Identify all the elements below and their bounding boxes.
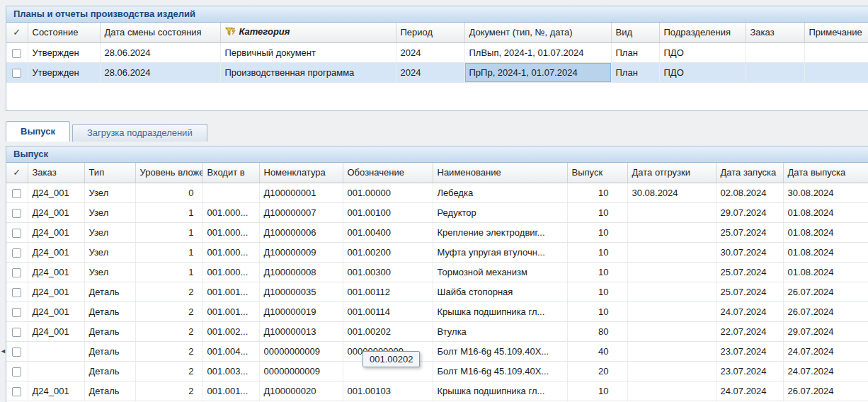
cell-launchdate[interactable]: 25.07.2024 — [716, 282, 783, 302]
cell-shipdate[interactable] — [627, 341, 716, 361]
column-header-period[interactable]: Период — [396, 23, 464, 42]
cell-parent[interactable]: 001.001... — [202, 282, 259, 302]
tab-zagruzka-podrazdeleniy[interactable]: Загрузка подразделений — [72, 124, 207, 142]
cell-designation[interactable]: 001.00202 — [343, 321, 433, 341]
checkbox-cell[interactable] — [6, 302, 28, 321]
cell-document[interactable]: ПлВып, 2024-1, 01.07.2024 — [464, 42, 611, 62]
cell-nomenclature[interactable]: Д100000013 — [259, 321, 343, 341]
cell-type[interactable]: Узел — [84, 183, 135, 202]
table-row[interactable]: Деталь2001.004...0000000000900000000009Б… — [6, 341, 868, 361]
cell-output[interactable]: 80 — [567, 321, 627, 341]
checkbox-cell[interactable] — [6, 42, 28, 62]
cell-order[interactable]: Д24_001 — [28, 381, 84, 401]
cell-level[interactable]: 1 — [135, 202, 202, 222]
column-header-name[interactable]: Наименование — [433, 163, 567, 183]
table-row[interactable]: Д24_001Деталь2001.001...Д100000019001.00… — [6, 302, 868, 321]
cell-name[interactable]: Крепление электродвиг... — [433, 222, 567, 242]
cell-level[interactable]: 1 — [135, 222, 202, 242]
cell-designation[interactable]: 001.00300 — [343, 262, 433, 282]
cell-name[interactable]: Муфта упругая втулочн... — [433, 242, 567, 262]
table-row[interactable]: Утвержден28.06.2024Первичный документ202… — [6, 42, 868, 62]
cell-name[interactable]: Тормозной механизм — [433, 262, 567, 282]
cell-output[interactable]: 10 — [567, 222, 627, 242]
column-header-output[interactable]: Выпуск — [567, 163, 627, 183]
cell-releasedate[interactable]: 01.08.2024 — [783, 202, 868, 222]
column-header-order[interactable]: Заказ — [746, 23, 804, 42]
cell-type[interactable]: Деталь — [84, 321, 135, 341]
cell-parent[interactable]: 001.000... — [202, 222, 259, 242]
cell-nomenclature[interactable]: Д100000020 — [259, 381, 343, 401]
cell-level[interactable]: 0 — [135, 183, 202, 202]
cell-launchdate[interactable]: 24.07.2024 — [716, 302, 783, 321]
cell-launchdate[interactable]: 22.07.2024 — [716, 321, 783, 341]
cell-designation[interactable]: 001.00400 — [343, 222, 433, 242]
cell-nomenclature[interactable]: Д100000001 — [259, 183, 343, 202]
cell-name[interactable]: Втулка — [433, 321, 567, 341]
cell-division[interactable]: ПДО — [659, 62, 746, 82]
cell-output[interactable]: 10 — [567, 302, 627, 321]
cell-type[interactable]: Деталь — [84, 302, 135, 321]
cell-nomenclature[interactable]: Д100000009 — [259, 242, 343, 262]
checkbox-cell[interactable] — [6, 262, 28, 282]
table-row[interactable]: Деталь2001.003...00000000009Болт М16-6g … — [6, 361, 868, 381]
cell-parent[interactable]: 001.003... — [202, 361, 259, 381]
cell-order[interactable]: Д24_001 — [28, 242, 84, 262]
cell-state[interactable]: Утвержден — [28, 62, 100, 82]
cell-shipdate[interactable] — [627, 381, 716, 401]
cell-order[interactable]: Д24_001 — [28, 183, 84, 202]
cell-level[interactable]: 2 — [135, 282, 202, 302]
cell-output[interactable]: 10 — [567, 183, 627, 202]
cell-output[interactable]: 10 — [567, 381, 627, 401]
column-header-designation[interactable]: Обозначение — [343, 163, 433, 183]
cell-launchdate[interactable]: 24.07.2024 — [716, 381, 783, 401]
table-row[interactable]: Д24_001Узел1001.000...Д100000006001.0040… — [6, 222, 868, 242]
cell-designation[interactable]: 001.00103 — [343, 381, 433, 401]
cell-launchdate[interactable]: 23.07.2024 — [716, 341, 783, 361]
checkbox-cell[interactable] — [6, 381, 28, 401]
cell-parent[interactable]: 001.000... — [202, 262, 259, 282]
checkbox-cell[interactable] — [6, 202, 28, 222]
cell-releasedate[interactable]: 01.08.2024 — [783, 222, 868, 242]
cell-nomenclature[interactable]: 00000000009 — [259, 341, 343, 361]
row-checkbox[interactable] — [12, 69, 21, 78]
table-row[interactable]: Утвержден28.06.2024Производственная прог… — [6, 62, 868, 82]
cell-division[interactable]: ПДО — [659, 42, 746, 62]
table-row[interactable]: Д24_001Деталь2001.002...Д100000013001.00… — [6, 321, 868, 341]
row-checkbox[interactable] — [12, 348, 21, 357]
row-checkbox[interactable] — [12, 209, 21, 218]
cell-shipdate[interactable] — [627, 302, 716, 321]
cell-parent[interactable]: 001.002... — [202, 321, 259, 341]
column-header-level[interactable]: Уровень вложения — [135, 163, 202, 183]
cell-nomenclature[interactable]: Д100000019 — [259, 302, 343, 321]
cell-shipdate[interactable] — [627, 222, 716, 242]
table-row[interactable]: Д24_001Узел0Д100000001001.00000Лебедка10… — [6, 183, 868, 202]
column-header-type[interactable]: Тип — [84, 163, 135, 183]
cell-name[interactable]: Болт М16-6g 45.109.40Х... — [433, 361, 567, 381]
table-row[interactable]: Д24_001Деталь2001.001...Д100000020001.00… — [6, 381, 868, 401]
checkbox-cell[interactable] — [6, 62, 28, 82]
cell-shipdate[interactable] — [627, 202, 716, 222]
cell-kind[interactable]: План — [611, 42, 659, 62]
column-header-division[interactable]: Подразделения — [659, 23, 746, 42]
tab-vypusk[interactable]: Выпуск — [6, 121, 70, 142]
column-header-check[interactable]: ✓ — [6, 23, 28, 42]
cell-output[interactable]: 20 — [567, 361, 627, 381]
cell-parent[interactable]: 001.001... — [202, 381, 259, 401]
cell-designation[interactable]: 001.00100 — [343, 202, 433, 222]
cell-type[interactable]: Деталь — [84, 282, 135, 302]
cell-level[interactable]: 2 — [135, 321, 202, 341]
table-row[interactable]: Д24_001Узел1001.000...Д100000007001.0010… — [6, 202, 868, 222]
cell-releasedate[interactable]: 01.08.2024 — [783, 242, 868, 262]
cell-order[interactable] — [28, 341, 84, 361]
row-checkbox[interactable] — [12, 308, 21, 317]
cell-shipdate[interactable]: 30.08.2024 — [627, 183, 716, 202]
column-header-releasedate[interactable]: Дата выпуска — [783, 163, 868, 183]
cell-name[interactable]: Шайба стопорная — [433, 282, 567, 302]
cell-category[interactable]: Первичный документ — [220, 42, 396, 62]
cell-note[interactable] — [804, 62, 868, 82]
cell-nomenclature[interactable]: Д100000008 — [259, 262, 343, 282]
table-row[interactable]: Д24_001Деталь2001.001...Д100000035001.00… — [6, 282, 868, 302]
cell-type[interactable]: Узел — [84, 242, 135, 262]
checkbox-cell[interactable] — [6, 183, 28, 202]
cell-order[interactable]: Д24_001 — [28, 202, 84, 222]
